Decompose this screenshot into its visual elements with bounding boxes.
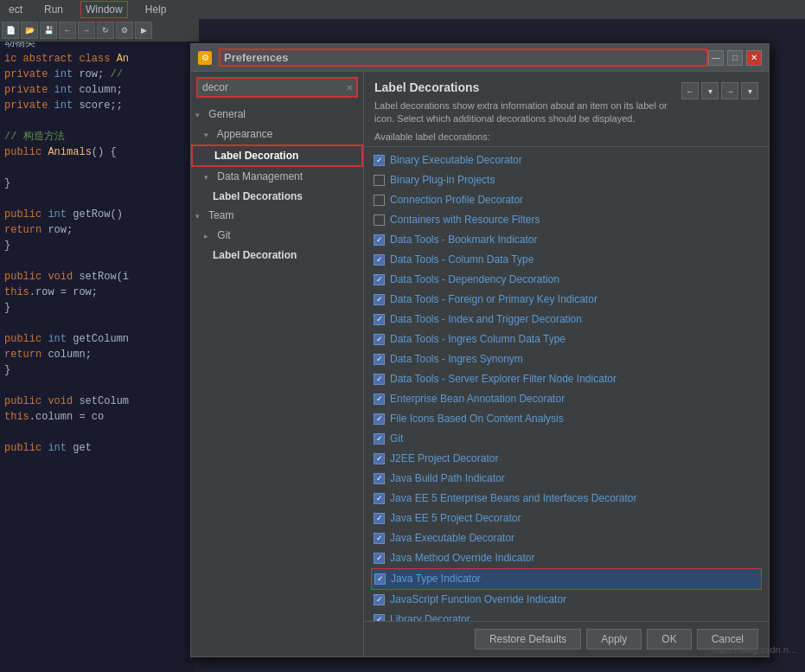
decor-label: Data Tools - Foreign or Primary Key Indi…	[390, 291, 597, 308]
decor-item[interactable]: File Icons Based On Content Analysis	[371, 409, 762, 429]
tree-item-label-decoration[interactable]: Label Decoration	[191, 144, 363, 167]
tree-item-general[interactable]: ▾ General	[191, 105, 363, 125]
decor-checkbox[interactable]	[374, 453, 385, 464]
decor-item[interactable]: J2EE Project Decorator	[371, 449, 762, 469]
code-line: public int getRow()	[4, 207, 190, 222]
menu-item-run[interactable]: Run	[40, 2, 67, 17]
panel-subtitle: Available label decorations:	[374, 131, 681, 142]
decor-checkbox[interactable]	[374, 155, 385, 166]
toolbar-btn-forward[interactable]: →	[78, 22, 95, 39]
decor-checkbox[interactable]	[374, 594, 385, 605]
tree-item-appearance[interactable]: ▾ Appearance	[191, 125, 363, 144]
code-line: ic abstract class An	[4, 51, 190, 67]
decor-label: Data Tools - Bookmark Indicator	[390, 232, 538, 248]
decor-label: Data Tools - Server Explorer Filter Node…	[390, 371, 617, 387]
decor-checkbox[interactable]	[374, 214, 385, 226]
code-line: this.row = row;	[4, 285, 190, 300]
decor-item[interactable]: Containers with Resource Filters	[371, 210, 762, 230]
decor-checkbox[interactable]	[374, 493, 385, 504]
decor-item[interactable]: Java Method Override Indicator	[371, 548, 762, 568]
decor-item[interactable]: Java EE 5 Project Decorator	[371, 509, 762, 528]
toolbar-btn-save[interactable]: 💾	[40, 22, 57, 39]
decor-checkbox[interactable]	[374, 614, 385, 621]
toolbar-btn-refresh[interactable]: ↻	[97, 22, 114, 39]
close-button[interactable]: ✕	[746, 50, 762, 66]
decor-checkbox[interactable]	[374, 294, 385, 305]
decor-label: Binary Executable Decorator	[390, 152, 522, 169]
decor-checkbox[interactable]	[374, 513, 385, 524]
decorations-list[interactable]: Binary Executable DecoratorBinary Plug-i…	[364, 147, 769, 621]
decor-checkbox[interactable]	[374, 274, 385, 285]
decor-item[interactable]: Data Tools - Ingres Column Data Type	[371, 330, 762, 349]
decor-item[interactable]: Enterprise Bean Annotation Decorator	[371, 389, 762, 409]
restore-defaults-button[interactable]: Restore Defaults	[475, 629, 581, 650]
code-line	[4, 316, 190, 331]
search-input[interactable]	[198, 79, 342, 96]
decor-checkbox[interactable]	[374, 394, 385, 405]
panel-description: Label decorations show extra information…	[374, 99, 681, 126]
decor-item[interactable]: Data Tools - Bookmark Indicator	[371, 230, 762, 250]
decor-label: Data Tools - Index and Trigger Decoratio…	[390, 311, 582, 328]
panel-forward-button[interactable]: →	[721, 82, 738, 99]
tree-item-label-decorations-dm[interactable]: Label Decorations	[191, 187, 363, 206]
panel-back-button[interactable]: ←	[681, 82, 699, 99]
decor-checkbox[interactable]	[374, 433, 385, 445]
decor-item[interactable]: JavaScript Function Override Indicator	[371, 590, 762, 610]
toolbar-btn-extra[interactable]: ▶	[135, 22, 152, 39]
decor-item[interactable]: Data Tools - Column Data Type	[371, 250, 762, 270]
toolbar-btn-new[interactable]: 📄	[2, 22, 19, 39]
decor-item[interactable]: Java Build Path Indicator	[371, 469, 762, 489]
decor-item[interactable]: Connection Profile Decorator	[371, 190, 762, 210]
decor-checkbox[interactable]	[374, 334, 385, 345]
decor-checkbox[interactable]	[374, 234, 385, 246]
decor-item[interactable]: Java EE 5 Enterprise Beans and Interface…	[371, 489, 762, 509]
toolbar-btn-open[interactable]: 📂	[21, 22, 38, 39]
decor-item[interactable]: Java Executable Decorator	[371, 528, 762, 548]
code-line: private int score;;	[4, 98, 190, 113]
menu-item-window[interactable]: Window	[80, 1, 128, 18]
ok-button[interactable]: OK	[647, 629, 691, 650]
search-clear-button[interactable]: ✕	[342, 80, 356, 94]
decor-item[interactable]: Binary Executable Decorator	[371, 150, 762, 170]
tree-item-git[interactable]: ▸ Git	[191, 226, 363, 246]
decor-label: File Icons Based On Content Analysis	[390, 411, 564, 427]
toolbar-btn-back[interactable]: ←	[59, 22, 76, 39]
decor-checkbox[interactable]	[374, 314, 385, 325]
decor-label: Containers with Resource Filters	[390, 212, 540, 228]
decor-checkbox[interactable]	[374, 175, 385, 186]
tree-container[interactable]: ▾ General ▾ Appearance Label Decoration …	[191, 103, 363, 656]
decor-checkbox[interactable]	[374, 413, 385, 425]
tree-item-team[interactable]: ▾ Team	[191, 206, 363, 226]
decor-checkbox[interactable]	[374, 553, 385, 564]
minimize-button[interactable]: —	[708, 50, 724, 66]
menu-item-ect[interactable]: ect	[4, 2, 27, 17]
panel-dropdown2-button[interactable]: ▾	[741, 82, 758, 99]
decor-item[interactable]: Java Type Indicator	[371, 568, 762, 590]
decor-item[interactable]: Data Tools - Index and Trigger Decoratio…	[371, 310, 762, 330]
code-line: }	[4, 300, 190, 316]
decor-checkbox[interactable]	[374, 573, 386, 585]
decor-checkbox[interactable]	[374, 354, 385, 365]
decor-item[interactable]: Data Tools - Dependency Decoration	[371, 270, 762, 290]
tree-item-label-decoration-git[interactable]: Label Decoration	[191, 246, 363, 265]
decor-item[interactable]: Git	[371, 429, 762, 449]
decor-checkbox[interactable]	[374, 533, 385, 544]
maximize-button[interactable]: □	[727, 50, 743, 66]
decor-checkbox[interactable]	[374, 254, 385, 266]
dialog-icon: ⚙	[198, 51, 212, 65]
decor-checkbox[interactable]	[374, 473, 385, 484]
decor-item[interactable]: Data Tools - Ingres Synonym	[371, 349, 762, 369]
menu-item-help[interactable]: Help	[141, 2, 171, 17]
decor-item[interactable]: Library Decorator	[371, 610, 762, 621]
tree-item-data-management[interactable]: ▾ Data Management	[191, 167, 363, 187]
decor-item[interactable]: Data Tools - Foreign or Primary Key Indi…	[371, 290, 762, 310]
decor-checkbox[interactable]	[374, 195, 385, 206]
toolbar-btn-settings[interactable]: ⚙	[116, 22, 133, 39]
panel-dropdown-button[interactable]: ▾	[701, 82, 719, 99]
decor-checkbox[interactable]	[374, 374, 385, 385]
apply-button[interactable]: Apply	[586, 629, 642, 650]
decor-item[interactable]: Data Tools - Server Explorer Filter Node…	[371, 369, 762, 389]
decor-item[interactable]: Binary Plug-in Projects	[371, 170, 762, 190]
dialog-buttons: Restore Defaults Apply OK Cancel	[364, 621, 769, 656]
decor-label: Java EE 5 Enterprise Beans and Interface…	[390, 490, 637, 507]
